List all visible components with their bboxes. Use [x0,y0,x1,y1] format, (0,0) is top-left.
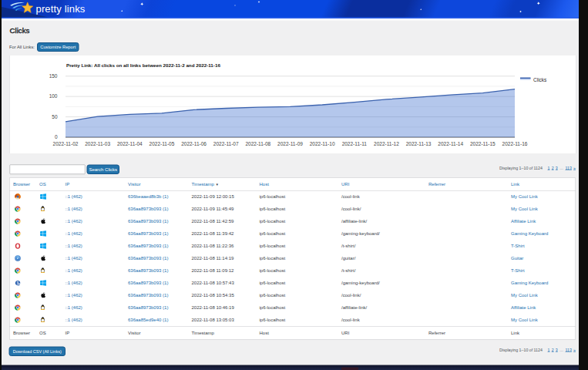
svg-text:2022-11-13: 2022-11-13 [406,141,432,146]
svg-text:0: 0 [55,134,58,140]
svg-text:2022-11-02: 2022-11-02 [53,141,79,146]
svg-text:2022-11-06: 2022-11-06 [181,141,207,146]
svg-text:2022-11-12: 2022-11-12 [374,141,399,146]
svg-text:2022-11-07: 2022-11-07 [213,141,239,146]
svg-text:2022-11-10: 2022-11-10 [310,141,335,146]
svg-text:Clicks: Clicks [533,77,547,82]
svg-text:2022-11-09: 2022-11-09 [277,141,303,146]
svg-text:2022-11-11: 2022-11-11 [342,141,368,146]
svg-text:2022-11-04: 2022-11-04 [117,141,143,146]
svg-text:50: 50 [52,114,58,119]
svg-text:2022-11-08: 2022-11-08 [245,141,270,146]
svg-text:2022-11-05: 2022-11-05 [150,141,175,146]
svg-text:2022-11-16: 2022-11-16 [502,141,528,146]
svg-text:100: 100 [49,93,58,99]
svg-text:2022-11-15: 2022-11-15 [470,141,496,146]
svg-text:2022-11-14: 2022-11-14 [438,141,463,146]
svg-text:Pretty Link: All clicks on all: Pretty Link: All clicks on all links bet… [66,62,220,68]
svg-text:2022-11-03: 2022-11-03 [85,141,110,146]
svg-text:150: 150 [49,73,58,79]
